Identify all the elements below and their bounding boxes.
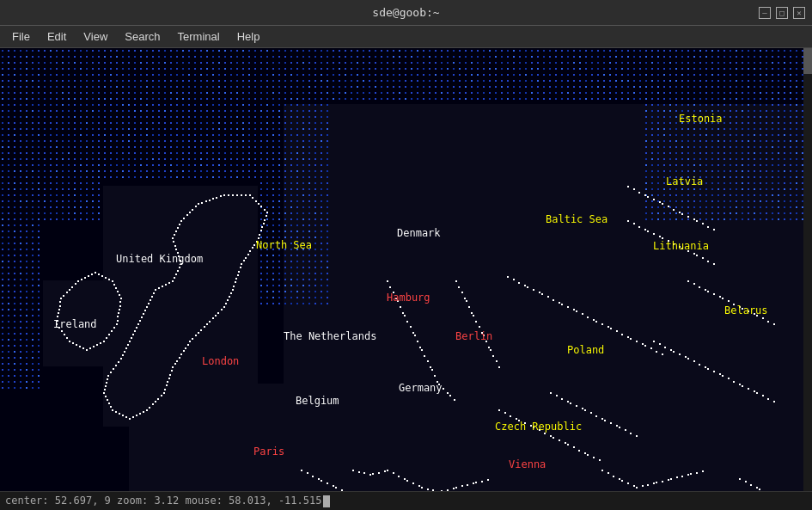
menu-item-edit[interactable]: Edit bbox=[39, 28, 75, 45]
titlebar-controls: — □ ✕ bbox=[759, 7, 805, 19]
minimize-button[interactable]: — bbox=[759, 7, 771, 19]
statusbar-cursor bbox=[323, 495, 330, 507]
titlebar: sde@goob:~ — □ ✕ bbox=[0, 0, 812, 26]
menu-item-help[interactable]: Help bbox=[229, 28, 269, 45]
menubar: FileEditViewSearchTerminalHelp bbox=[0, 26, 812, 48]
close-button[interactable]: ✕ bbox=[793, 7, 805, 19]
scrollbar-thumb[interactable] bbox=[803, 48, 812, 74]
menu-item-view[interactable]: View bbox=[75, 28, 116, 45]
map-area[interactable]: EstoniaLatviaBaltic SeaLithuaniaDenmarkN… bbox=[0, 48, 812, 491]
menu-item-file[interactable]: File bbox=[3, 28, 39, 45]
menu-item-terminal[interactable]: Terminal bbox=[169, 28, 229, 45]
statusbar: center: 52.697, 9 zoom: 3.12 mouse: 58.0… bbox=[0, 491, 812, 510]
statusbar-text: center: 52.697, 9 zoom: 3.12 mouse: 58.0… bbox=[5, 495, 330, 507]
scrollbar[interactable] bbox=[803, 48, 812, 491]
titlebar-title: sde@goob:~ bbox=[372, 6, 439, 19]
maximize-button[interactable]: □ bbox=[776, 7, 788, 19]
map-canvas bbox=[0, 48, 812, 491]
menu-item-search[interactable]: Search bbox=[116, 28, 168, 45]
